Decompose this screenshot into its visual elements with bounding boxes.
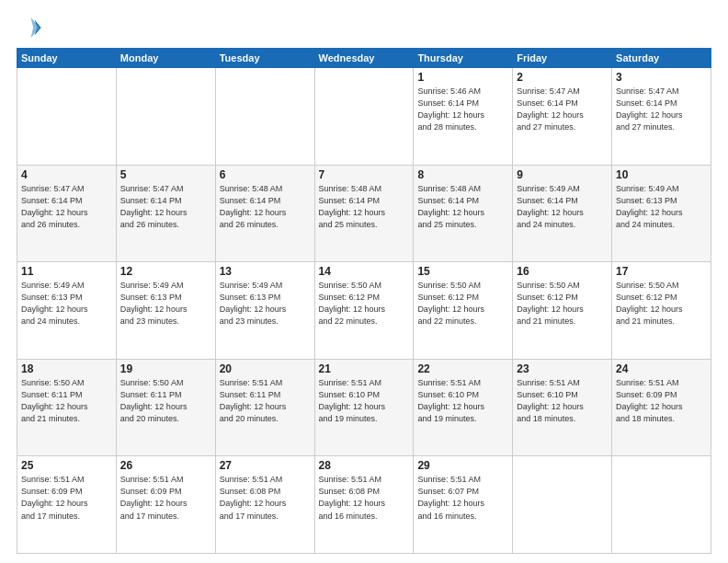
- day-number: 20: [220, 362, 311, 375]
- day-number: 13: [220, 265, 311, 278]
- calendar-cell: [116, 68, 215, 166]
- calendar-table: SundayMondayTuesdayWednesdayThursdayFrid…: [17, 48, 711, 554]
- day-number: 2: [517, 71, 608, 84]
- day-number: 6: [220, 168, 311, 181]
- day-number: 15: [417, 265, 508, 278]
- day-number: 8: [417, 168, 508, 181]
- calendar-cell: 28Sunrise: 5:51 AMSunset: 6:08 PMDayligh…: [314, 456, 414, 554]
- calendar-day-header: Saturday: [612, 49, 711, 68]
- day-number: 19: [120, 362, 211, 375]
- day-number: 18: [21, 362, 112, 375]
- day-number: 28: [319, 459, 410, 472]
- calendar-week-row: 11Sunrise: 5:49 AMSunset: 6:13 PMDayligh…: [17, 262, 711, 360]
- calendar-week-row: 1Sunrise: 5:46 AMSunset: 6:14 PMDaylight…: [17, 68, 711, 166]
- calendar-day-header: Wednesday: [314, 49, 414, 68]
- day-info: Sunrise: 5:50 AMSunset: 6:12 PMDaylight:…: [417, 280, 508, 327]
- calendar-cell: 23Sunrise: 5:51 AMSunset: 6:10 PMDayligh…: [513, 359, 612, 456]
- day-number: 4: [21, 168, 112, 181]
- calendar-cell: [513, 456, 612, 554]
- calendar-cell: 16Sunrise: 5:50 AMSunset: 6:12 PMDayligh…: [513, 262, 612, 360]
- calendar-cell: 8Sunrise: 5:48 AMSunset: 6:14 PMDaylight…: [414, 165, 513, 262]
- calendar-cell: 14Sunrise: 5:50 AMSunset: 6:12 PMDayligh…: [314, 262, 414, 360]
- day-number: 11: [21, 265, 112, 278]
- calendar-week-row: 4Sunrise: 5:47 AMSunset: 6:14 PMDaylight…: [17, 165, 711, 262]
- day-number: 5: [120, 168, 211, 181]
- day-info: Sunrise: 5:47 AMSunset: 6:14 PMDaylight:…: [616, 86, 707, 133]
- header: [17, 15, 711, 40]
- day-number: 25: [21, 459, 112, 472]
- day-number: 27: [220, 459, 311, 472]
- calendar-day-header: Sunday: [17, 49, 117, 68]
- calendar-cell: 13Sunrise: 5:49 AMSunset: 6:13 PMDayligh…: [215, 262, 314, 360]
- day-info: Sunrise: 5:51 AMSunset: 6:10 PMDaylight:…: [319, 377, 410, 425]
- calendar-week-row: 25Sunrise: 5:51 AMSunset: 6:09 PMDayligh…: [17, 456, 711, 554]
- svg-marker-1: [30, 17, 40, 38]
- day-number: 24: [616, 362, 707, 375]
- calendar-day-header: Friday: [513, 49, 612, 68]
- day-number: 9: [517, 168, 608, 181]
- calendar-cell: 24Sunrise: 5:51 AMSunset: 6:09 PMDayligh…: [612, 359, 711, 456]
- calendar-cell: 5Sunrise: 5:47 AMSunset: 6:14 PMDaylight…: [116, 165, 215, 262]
- day-number: 22: [417, 362, 508, 375]
- day-info: Sunrise: 5:50 AMSunset: 6:11 PMDaylight:…: [21, 377, 112, 425]
- day-info: Sunrise: 5:51 AMSunset: 6:09 PMDaylight:…: [616, 377, 707, 425]
- day-number: 17: [616, 265, 707, 278]
- calendar-day-header: Thursday: [414, 49, 513, 68]
- calendar-cell: 9Sunrise: 5:49 AMSunset: 6:14 PMDaylight…: [513, 165, 612, 262]
- day-info: Sunrise: 5:49 AMSunset: 6:14 PMDaylight:…: [517, 183, 608, 231]
- calendar-cell: [215, 68, 314, 166]
- day-number: 1: [417, 71, 508, 84]
- calendar-cell: 18Sunrise: 5:50 AMSunset: 6:11 PMDayligh…: [17, 359, 117, 456]
- calendar-cell: 15Sunrise: 5:50 AMSunset: 6:12 PMDayligh…: [414, 262, 513, 360]
- calendar-cell: [17, 68, 117, 166]
- day-number: 10: [616, 168, 707, 181]
- day-info: Sunrise: 5:50 AMSunset: 6:12 PMDaylight:…: [616, 280, 707, 327]
- calendar-cell: 6Sunrise: 5:48 AMSunset: 6:14 PMDaylight…: [215, 165, 314, 262]
- day-info: Sunrise: 5:47 AMSunset: 6:14 PMDaylight:…: [517, 86, 608, 133]
- day-info: Sunrise: 5:49 AMSunset: 6:13 PMDaylight:…: [616, 183, 707, 231]
- day-info: Sunrise: 5:50 AMSunset: 6:11 PMDaylight:…: [120, 377, 211, 425]
- logo-icon: [17, 15, 42, 40]
- day-info: Sunrise: 5:47 AMSunset: 6:14 PMDaylight:…: [21, 183, 112, 231]
- day-info: Sunrise: 5:50 AMSunset: 6:12 PMDaylight:…: [319, 280, 410, 327]
- day-number: 12: [120, 265, 211, 278]
- day-info: Sunrise: 5:51 AMSunset: 6:09 PMDaylight:…: [21, 474, 112, 522]
- calendar-cell: 17Sunrise: 5:50 AMSunset: 6:12 PMDayligh…: [612, 262, 711, 360]
- calendar-cell: 1Sunrise: 5:46 AMSunset: 6:14 PMDaylight…: [414, 68, 513, 166]
- calendar-cell: 10Sunrise: 5:49 AMSunset: 6:13 PMDayligh…: [612, 165, 711, 262]
- calendar-cell: 26Sunrise: 5:51 AMSunset: 6:09 PMDayligh…: [116, 456, 215, 554]
- day-info: Sunrise: 5:51 AMSunset: 6:07 PMDaylight:…: [417, 474, 508, 522]
- calendar-cell: 27Sunrise: 5:51 AMSunset: 6:08 PMDayligh…: [215, 456, 314, 554]
- day-info: Sunrise: 5:51 AMSunset: 6:09 PMDaylight:…: [120, 474, 211, 522]
- calendar-cell: 2Sunrise: 5:47 AMSunset: 6:14 PMDaylight…: [513, 68, 612, 166]
- day-info: Sunrise: 5:49 AMSunset: 6:13 PMDaylight:…: [21, 280, 112, 327]
- calendar-cell: 11Sunrise: 5:49 AMSunset: 6:13 PMDayligh…: [17, 262, 117, 360]
- calendar-cell: 19Sunrise: 5:50 AMSunset: 6:11 PMDayligh…: [116, 359, 215, 456]
- day-info: Sunrise: 5:46 AMSunset: 6:14 PMDaylight:…: [417, 86, 508, 133]
- calendar-day-header: Tuesday: [215, 49, 314, 68]
- day-info: Sunrise: 5:48 AMSunset: 6:14 PMDaylight:…: [319, 183, 410, 231]
- day-info: Sunrise: 5:51 AMSunset: 6:08 PMDaylight:…: [319, 474, 410, 522]
- calendar-cell: 4Sunrise: 5:47 AMSunset: 6:14 PMDaylight…: [17, 165, 117, 262]
- day-number: 21: [319, 362, 410, 375]
- calendar-day-header: Monday: [116, 49, 215, 68]
- calendar-header-row: SundayMondayTuesdayWednesdayThursdayFrid…: [17, 49, 711, 68]
- calendar-cell: 25Sunrise: 5:51 AMSunset: 6:09 PMDayligh…: [17, 456, 117, 554]
- day-info: Sunrise: 5:51 AMSunset: 6:10 PMDaylight:…: [417, 377, 508, 425]
- calendar-cell: 3Sunrise: 5:47 AMSunset: 6:14 PMDaylight…: [612, 68, 711, 166]
- calendar-cell: 29Sunrise: 5:51 AMSunset: 6:07 PMDayligh…: [414, 456, 513, 554]
- day-info: Sunrise: 5:47 AMSunset: 6:14 PMDaylight:…: [120, 183, 211, 231]
- page: SundayMondayTuesdayWednesdayThursdayFrid…: [0, 0, 728, 563]
- calendar-cell: [612, 456, 711, 554]
- calendar-cell: 12Sunrise: 5:49 AMSunset: 6:13 PMDayligh…: [116, 262, 215, 360]
- day-info: Sunrise: 5:49 AMSunset: 6:13 PMDaylight:…: [120, 280, 211, 327]
- day-info: Sunrise: 5:51 AMSunset: 6:11 PMDaylight:…: [220, 377, 311, 425]
- day-number: 7: [319, 168, 410, 181]
- calendar-cell: 21Sunrise: 5:51 AMSunset: 6:10 PMDayligh…: [314, 359, 414, 456]
- day-info: Sunrise: 5:51 AMSunset: 6:08 PMDaylight:…: [220, 474, 311, 522]
- day-info: Sunrise: 5:50 AMSunset: 6:12 PMDaylight:…: [517, 280, 608, 327]
- calendar-cell: 7Sunrise: 5:48 AMSunset: 6:14 PMDaylight…: [314, 165, 414, 262]
- day-number: 14: [319, 265, 410, 278]
- day-number: 26: [120, 459, 211, 472]
- day-info: Sunrise: 5:49 AMSunset: 6:13 PMDaylight:…: [220, 280, 311, 327]
